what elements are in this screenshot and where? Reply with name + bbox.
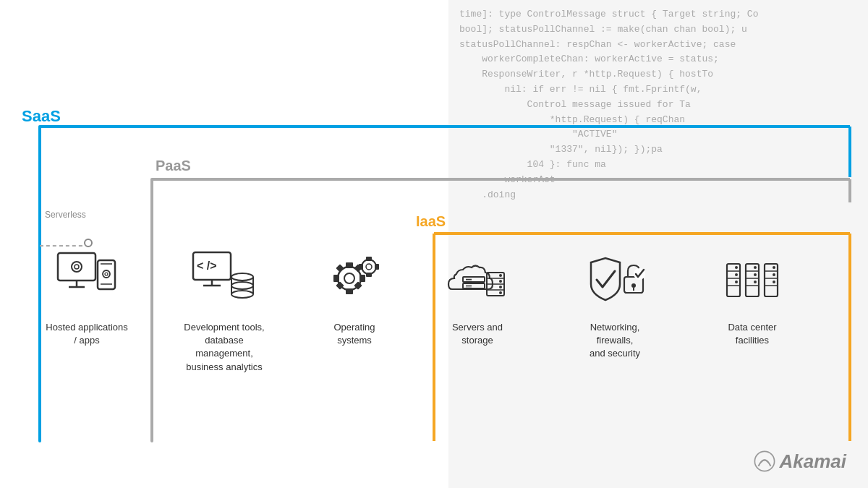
svg-point-45 — [499, 274, 502, 277]
os-item: Operatingsystems — [297, 246, 412, 374]
svg-point-65 — [754, 273, 757, 276]
servers-label: Servers andstorage — [452, 321, 503, 347]
svg-rect-60 — [746, 264, 759, 296]
hosted-apps-label: Hosted applications/ apps — [46, 321, 127, 347]
svg-point-47 — [499, 286, 502, 288]
datacenter-icon — [720, 246, 785, 311]
svg-point-64 — [754, 266, 757, 269]
svg-point-4 — [75, 265, 79, 269]
svg-point-46 — [499, 280, 502, 283]
bracket-lines — [0, 0, 868, 488]
svg-rect-21 — [346, 262, 353, 268]
svg-rect-53 — [727, 264, 740, 296]
akamai-logo: Akamai — [752, 449, 847, 474]
servers-icon — [445, 246, 510, 311]
datacenter-item: Data centerfacilities — [687, 246, 817, 374]
svg-point-20 — [344, 273, 354, 283]
svg-text:< />: < /> — [197, 260, 217, 272]
os-icon — [322, 246, 387, 311]
svg-point-14 — [231, 273, 253, 281]
diagram-area: SaaS PaaS IaaS Serverless — [0, 0, 868, 488]
svg-point-66 — [754, 281, 757, 283]
svg-rect-32 — [366, 273, 372, 277]
networking-icon — [582, 246, 647, 311]
svg-point-16 — [231, 291, 253, 298]
svg-rect-34 — [375, 264, 379, 270]
svg-point-73 — [773, 281, 775, 283]
datacenter-label: Data centerfacilities — [728, 321, 776, 347]
svg-point-3 — [72, 262, 82, 272]
dev-tools-item: < /> Development tools,databasemanagemen… — [152, 246, 297, 374]
hosted-apps-icon — [54, 246, 119, 311]
svg-point-50 — [631, 283, 636, 288]
os-label: Operatingsystems — [333, 321, 375, 347]
svg-point-72 — [773, 273, 775, 276]
svg-rect-23 — [333, 275, 339, 282]
svg-point-57 — [735, 266, 738, 269]
akamai-logo-icon — [752, 449, 777, 474]
svg-rect-22 — [346, 288, 353, 294]
svg-rect-31 — [366, 257, 372, 261]
icons-row: Hosted applications/ apps < /> — [22, 246, 817, 374]
networking-item: Networking,firewalls,and security — [542, 246, 687, 374]
serverless-label: Serverless — [45, 210, 86, 220]
svg-point-71 — [773, 266, 775, 269]
svg-rect-24 — [359, 275, 365, 282]
dev-tools-label: Development tools,databasemanagement,bus… — [184, 321, 264, 374]
svg-point-59 — [735, 281, 738, 283]
servers-item: Servers andstorage — [412, 246, 542, 374]
dev-tools-icon: < /> — [192, 246, 257, 311]
svg-point-58 — [735, 273, 738, 276]
svg-point-9 — [105, 273, 108, 275]
svg-rect-5 — [98, 260, 115, 289]
svg-rect-0 — [58, 253, 95, 281]
hosted-apps-item: Hosted applications/ apps — [22, 246, 152, 374]
svg-point-48 — [499, 291, 502, 294]
svg-point-15 — [231, 282, 253, 289]
svg-point-30 — [366, 264, 372, 270]
svg-point-8 — [103, 270, 110, 278]
svg-rect-33 — [359, 264, 363, 270]
networking-label: Networking,firewalls,and security — [590, 321, 640, 361]
saas-label: SaaS — [22, 107, 61, 126]
svg-point-29 — [362, 260, 376, 274]
svg-point-74 — [754, 451, 774, 471]
svg-rect-67 — [765, 264, 778, 296]
iaas-label: IaaS — [416, 213, 446, 230]
svg-rect-25 — [336, 264, 344, 272]
paas-label: PaaS — [156, 158, 191, 174]
akamai-logo-text: Akamai — [780, 450, 847, 473]
